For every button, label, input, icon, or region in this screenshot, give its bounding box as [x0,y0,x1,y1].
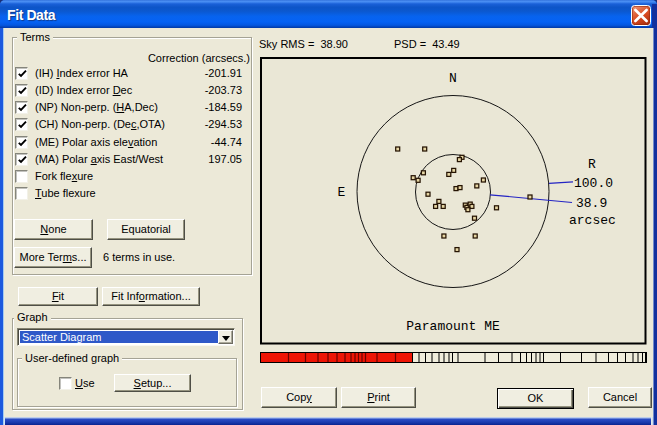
svg-text:100.0: 100.0 [574,176,613,191]
svg-text:R: R [588,157,596,172]
svg-text:E: E [338,185,346,200]
svg-text:arcsec: arcsec [569,213,616,228]
svg-text:Paramount ME: Paramount ME [406,319,500,334]
svg-text:N: N [449,71,457,86]
svg-text:38.9: 38.9 [576,196,607,211]
